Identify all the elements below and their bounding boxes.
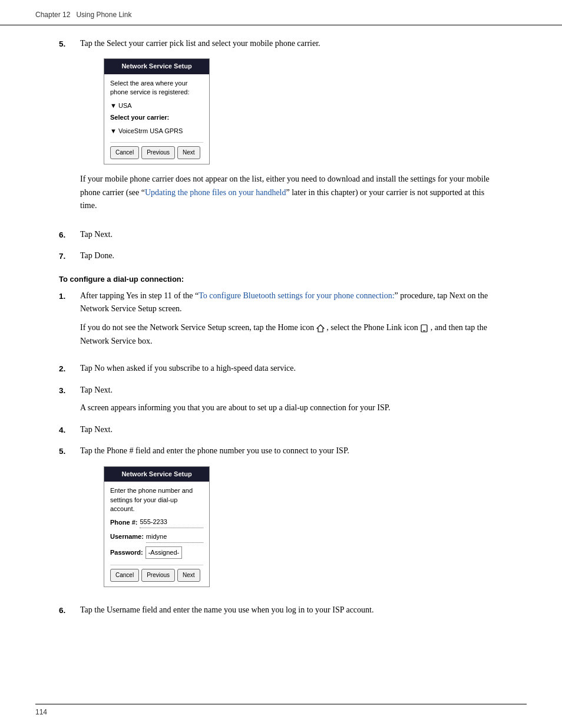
screenshot2-username-field: Username: midyne <box>110 532 203 543</box>
dialup-step-5-text: Tap the Phone # field and enter the phon… <box>80 446 349 455</box>
screenshot2-titlebar: Network Service Setup <box>104 467 209 482</box>
step-7: 7. Tap Done. <box>59 249 503 263</box>
screenshot2-username-label: Username: <box>110 532 144 542</box>
carrier-not-found-para: If your mobile phone carrier does not ap… <box>80 173 503 212</box>
page-content: 5. Tap the Select your carrier pick list… <box>0 25 562 649</box>
step-7-number: 7. <box>59 249 80 263</box>
dialup-step-5: 5. Tap the Phone # field and enter the p… <box>59 444 503 595</box>
dialup-step-2-text: Tap No when asked if you subscribe to a … <box>80 364 296 373</box>
dialup-step-1-sub: If you do not see the Network Service Se… <box>80 321 503 348</box>
screenshot2-cancel-btn[interactable]: Cancel <box>110 569 139 582</box>
screenshot1-dropdown1: ▼ USA <box>110 101 203 111</box>
bluetooth-settings-link[interactable]: To configure Bluetooth settings for your… <box>199 291 394 300</box>
chapter-title: Using Phone Link <box>76 11 131 19</box>
dialup-step-4-number: 4. <box>59 423 80 437</box>
screenshot2-previous-btn[interactable]: Previous <box>141 569 175 582</box>
dialup-step-3-text: Tap Next. <box>80 386 113 394</box>
dialup-step-1-before-link: After tapping Yes in step 11 of the “ <box>80 291 199 300</box>
steps-list-pre: 5. Tap the Select your carrier pick list… <box>59 37 503 263</box>
screenshot2-phone-field: Phone #: 555-2233 <box>110 517 203 528</box>
home-icon <box>316 324 325 332</box>
step-5-text: Tap the Select your carrier pick list an… <box>80 39 320 48</box>
dialup-step-1: 1. After tapping Yes in step 11 of the “… <box>59 289 503 354</box>
step-7-content: Tap Done. <box>80 249 503 263</box>
screenshot1-line1: Select the area where your phone service… <box>110 79 203 97</box>
screenshot2-next-btn[interactable]: Next <box>177 569 200 582</box>
screenshot2-password-field: Password: -Assigned- <box>110 546 203 559</box>
step-6-content: Tap Next. <box>80 228 503 242</box>
dialup-step-2-number: 2. <box>59 362 80 375</box>
svg-marker-0 <box>317 325 324 332</box>
dialup-step-5-content: Tap the Phone # field and enter the phon… <box>80 444 503 595</box>
screenshot1-carrier-value: ▼ VoiceStrm USA GPRS <box>110 126 183 137</box>
screenshot1-body: Select the area where your phone service… <box>104 74 209 164</box>
dialup-step-6-number: 6. <box>59 604 80 617</box>
screenshot2-password-label: Password: <box>110 548 143 558</box>
dialup-step-3-sub: A screen appears informing you that you … <box>80 401 503 414</box>
dialup-steps-list: 1. After tapping Yes in step 11 of the “… <box>59 289 503 617</box>
dialup-section-heading: To configure a dial-up connection: <box>59 275 503 284</box>
dialup-step-3: 3. Tap Next. A screen appears informing … <box>59 384 503 415</box>
step-6-text: Tap Next. <box>80 230 113 239</box>
dialup-step-2-content: Tap No when asked if you subscribe to a … <box>80 362 503 375</box>
screenshot1-buttons: Cancel Previous Next <box>110 142 203 159</box>
screenshot1-dropdown2: ▼ VoiceStrm USA GPRS <box>110 126 203 137</box>
screenshot-1: Network Service Setup Select the area wh… <box>104 58 210 164</box>
page-number: 114 <box>35 708 47 716</box>
dialup-step-6-content: Tap the Username field and enter the nam… <box>80 604 503 617</box>
chapter-number: Chapter 12 <box>35 11 70 19</box>
screenshot1-previous-btn[interactable]: Previous <box>141 146 175 159</box>
dialup-step-1-number: 1. <box>59 289 80 354</box>
dialup-step-5-number: 5. <box>59 444 80 595</box>
dialup-step-2: 2. Tap No when asked if you subscribe to… <box>59 362 503 375</box>
chapter-header: Chapter 12 Using Phone Link <box>35 11 131 19</box>
step-7-text: Tap Done. <box>80 251 114 260</box>
screenshot2-buttons: Cancel Previous Next <box>110 565 203 582</box>
step-6-number: 6. <box>59 228 80 242</box>
page-footer: 114 <box>35 704 527 716</box>
screenshot1-titlebar: Network Service Setup <box>104 59 209 74</box>
screenshot-2: Network Service Setup Enter the phone nu… <box>104 466 210 588</box>
screenshot2-password-value: -Assigned- <box>146 546 183 559</box>
dialup-step-3-content: Tap Next. A screen appears informing you… <box>80 384 503 415</box>
screenshot2-phone-value: 555-2233 <box>140 517 203 528</box>
phone-link-icon <box>420 324 428 332</box>
dialup-step-4-content: Tap Next. <box>80 423 503 437</box>
dialup-step-4-text: Tap Next. <box>80 425 113 434</box>
screenshot2-instructions: Enter the phone number and settings for … <box>110 486 203 513</box>
screenshot1-next-btn[interactable]: Next <box>177 146 200 159</box>
dialup-step-6: 6. Tap the Username field and enter the … <box>59 604 503 617</box>
step-6: 6. Tap Next. <box>59 228 503 242</box>
screenshot1-usa: ▼ USA <box>110 101 132 111</box>
updating-phone-files-link[interactable]: Updating the phone files on your handhel… <box>145 188 286 197</box>
step-5-number: 5. <box>59 37 80 220</box>
link-text-1: Updating the phone files on your handhel… <box>145 188 286 197</box>
dialup-step-4: 4. Tap Next. <box>59 423 503 437</box>
step-5: 5. Tap the Select your carrier pick list… <box>59 37 503 220</box>
screenshot2-body: Enter the phone number and settings for … <box>104 482 209 587</box>
screenshot2-username-value: midyne <box>146 532 203 543</box>
dialup-step-6-text: Tap the Username field and enter the nam… <box>80 605 373 614</box>
page-header: Chapter 12 Using Phone Link <box>0 0 562 25</box>
screenshot1-cancel-btn[interactable]: Cancel <box>110 146 139 159</box>
dialup-step-3-number: 3. <box>59 384 80 415</box>
step-5-content: Tap the Select your carrier pick list an… <box>80 37 503 220</box>
dialup-step-1-content: After tapping Yes in step 11 of the “To … <box>80 289 503 354</box>
screenshot1-carrier-label: Select your carrier: <box>110 113 203 122</box>
screenshot2-phone-label: Phone #: <box>110 518 137 528</box>
